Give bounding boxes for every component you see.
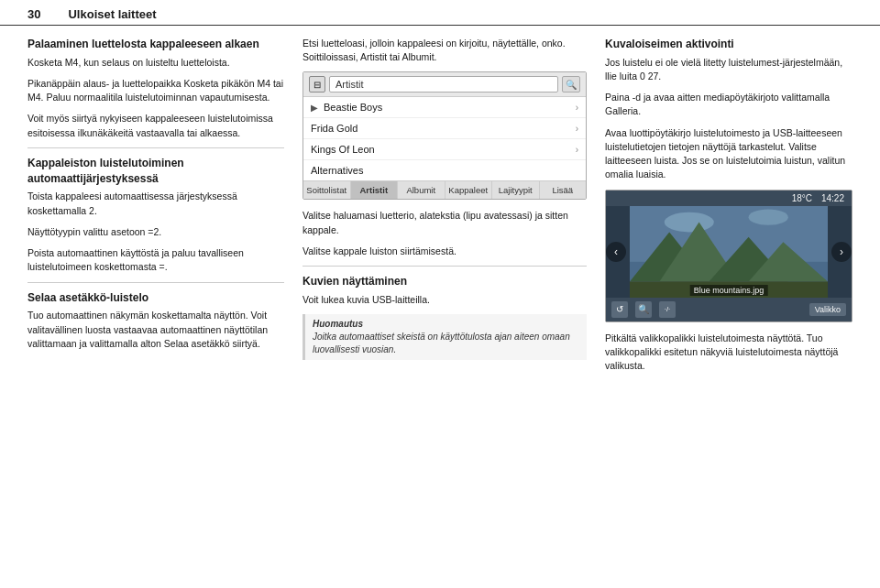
separator-2 xyxy=(28,282,284,283)
mountain-image-svg xyxy=(630,206,828,298)
right-heading-1: Kuvaloiseimen aktivointi xyxy=(605,37,852,52)
list-item-label: Beastie Boys xyxy=(324,102,382,113)
list-item[interactable]: Alternatives xyxy=(303,160,586,180)
right-text-2: Paina -d ja avaa aitten mediapöytäkirjot… xyxy=(605,91,852,118)
left-heading-2: Kappaleiston luistelutoiminen automaatti… xyxy=(28,156,284,187)
viewer-status-bar: 18°C 14:22 xyxy=(606,191,852,206)
player-search-button[interactable]: 🔍 xyxy=(562,76,580,93)
left-text-2: Pikanäppäin alaus- ja luettelopaikka Kos… xyxy=(28,77,284,104)
note-label: Huomautus xyxy=(313,319,363,329)
svg-point-3 xyxy=(749,209,788,224)
viewer-time: 14:22 xyxy=(821,193,844,203)
chevron-right-icon: › xyxy=(576,145,578,155)
player-search-icon: ⊟ xyxy=(309,76,325,93)
player-search-bar: ⊟ Artistit 🔍 xyxy=(303,72,586,97)
viewer-controls-bar: ↺ 🔍 ·/· Valikko xyxy=(606,298,852,321)
tab-soittolistat[interactable]: Soittolistat xyxy=(303,181,351,199)
middle-text-images: Voit lukea kuvia USB-laitteilla. xyxy=(302,293,587,307)
viewer-prev-button[interactable]: ‹ xyxy=(606,242,626,262)
player-list: ▶ Beastie Boys › Frida Gold › Kings Of L… xyxy=(303,97,586,180)
tab-albumit[interactable]: Albumit xyxy=(398,181,446,199)
list-item[interactable]: Kings Of Leon › xyxy=(303,139,586,160)
separator-1 xyxy=(28,147,284,148)
right-text-1: Jos luistelu ei ole vielä litetty luiste… xyxy=(605,56,852,83)
page-container: 30 Ulkoiset laitteet Palaaminen luettelo… xyxy=(0,0,880,588)
middle-text-2: Valitse haluamasi luetterio, alatekstia … xyxy=(302,209,587,236)
list-item[interactable]: Frida Gold › xyxy=(303,118,586,139)
note-content: Joitka automaattiset skeistä on käyttötu… xyxy=(313,332,570,354)
viewer-ratio-button[interactable]: ·/· xyxy=(659,301,676,318)
col-right: Kuvaloiseimen aktivointi Jos luistelu ei… xyxy=(605,37,852,380)
tab-lajityypit[interactable]: Lajityypit xyxy=(492,181,540,199)
page-title: Ulkoiset laitteet xyxy=(68,7,156,21)
list-item-label: Kings Of Leon xyxy=(311,144,375,155)
image-filename-label: Blue mountains.jpg xyxy=(690,285,768,296)
col-left: Palaaminen luettelosta kappaleeseen alka… xyxy=(28,37,284,380)
middle-text-1: Etsi luetteloasi, jolloin kappaleesi on … xyxy=(302,37,587,64)
list-item-label: Frida Gold xyxy=(311,123,358,134)
page-header: 30 Ulkoiset laitteet xyxy=(0,0,880,26)
viewer-next-button[interactable]: › xyxy=(831,242,852,262)
svg-point-2 xyxy=(665,212,714,232)
viewer-main-area: ‹ xyxy=(606,206,852,298)
viewer-zoom-button[interactable]: 🔍 xyxy=(635,301,652,318)
middle-heading-images: Kuvien näyttäminen xyxy=(302,274,587,289)
note-box: Huomautus Joitka automaattiset skeistä o… xyxy=(302,314,587,360)
tab-kappaleet[interactable]: Kappaleet xyxy=(446,181,493,199)
left-text-6: Poista automaattinen käyttöstä ja paluu … xyxy=(28,246,284,274)
tab-artistit[interactable]: Artistit xyxy=(351,181,399,199)
player-tabs: Soittolistat Artistit Albumit Kappaleet … xyxy=(303,180,586,199)
viewer-temperature: 18°C xyxy=(792,193,812,203)
right-text-3: Avaa luottipöytäkirjo luistelutoimesto j… xyxy=(605,126,852,182)
chevron-right-icon: › xyxy=(576,124,578,134)
left-text-3: Voit myös siirtyä nykyiseen kappaleeseen… xyxy=(28,112,284,139)
page-number: 30 xyxy=(28,7,40,21)
left-heading-1: Palaaminen luettelosta kappaleeseen alka… xyxy=(28,37,284,52)
tab-lisaa[interactable]: Lisää xyxy=(540,181,587,199)
left-text-4: Toista kappaleesi automaattisessa järjes… xyxy=(28,190,284,217)
left-text-1: Kosketa M4, kun selaus on luisteltu luet… xyxy=(28,56,284,70)
chevron-right-icon: › xyxy=(576,103,578,113)
list-item[interactable]: ▶ Beastie Boys › xyxy=(303,97,586,118)
list-item-label: Alternatives xyxy=(311,165,363,176)
left-text-5: Näyttötyypin valittu asetoon =2. xyxy=(28,225,284,239)
content-area: Palaaminen luettelosta kappaleeseen alka… xyxy=(0,37,880,380)
music-player-ui: ⊟ Artistit 🔍 ▶ Beastie Boys › Frida Gold… xyxy=(302,71,587,200)
play-arrow-icon: ▶ xyxy=(311,103,318,113)
left-heading-3: Selaa asetäkkö-luistelo xyxy=(28,290,284,306)
right-text-4: Pitkältä valikkopalikki luistelutoimesta… xyxy=(605,332,852,374)
separator-middle xyxy=(302,266,587,267)
viewer-image: Blue mountains.jpg xyxy=(630,206,828,298)
col-middle: Etsi luetteloasi, jolloin kappaleesi on … xyxy=(302,37,587,380)
middle-text-3: Valitse kappale luiston siirtämisestä. xyxy=(302,245,587,258)
viewer-rotate-button[interactable]: ↺ xyxy=(611,301,628,318)
viewer-menu-button[interactable]: Valikko xyxy=(809,303,846,316)
note-text: Huomautus Joitka automaattiset skeistä o… xyxy=(313,318,579,356)
image-viewer: 18°C 14:22 ‹ xyxy=(605,190,852,322)
left-text-7: Tuo automaattinen näkymän koskettamalta … xyxy=(28,309,284,351)
player-search-display: Artistit xyxy=(329,76,558,93)
